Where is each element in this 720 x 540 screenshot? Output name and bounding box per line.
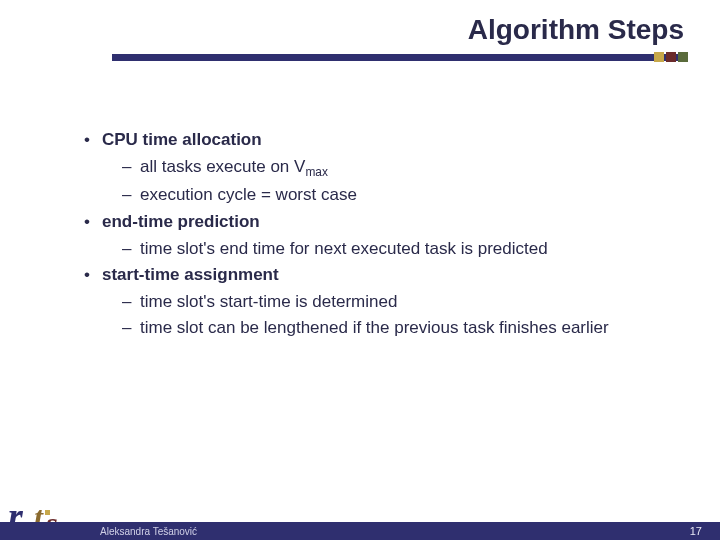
title-area: Algorithm Steps [468, 14, 684, 46]
footer-author: Aleksandra Tešanović [100, 526, 197, 537]
sub-bullet-item: time slot's start-time is determined [102, 290, 662, 315]
slide-title: Algorithm Steps [468, 14, 684, 46]
underline-squares [654, 52, 688, 62]
sub-bullet-item: time slot can be lengthened if the previ… [102, 316, 662, 341]
sub-list: time slot's end time for next executed t… [102, 237, 662, 262]
sub-bullet-item: time slot's end time for next executed t… [102, 237, 662, 262]
sub-list: time slot's start-time is determined tim… [102, 290, 662, 341]
sub-bullet-text: time slot's end time for next executed t… [140, 239, 548, 258]
accent-square-olive [678, 52, 688, 62]
bullet-text: CPU time allocation [102, 130, 262, 149]
accent-square-gold [654, 52, 664, 62]
sub-bullet-item: all tasks execute on Vmax [102, 155, 662, 182]
sub-bullet-text: time slot can be lengthened if the previ… [140, 318, 609, 337]
sub-bullet-text: time slot's start-time is determined [140, 292, 397, 311]
bullet-item: CPU time allocation all tasks execute on… [84, 128, 662, 208]
sub-bullet-text: execution cycle = worst case [140, 185, 357, 204]
sub-list: all tasks execute on Vmax execution cycl… [102, 155, 662, 208]
bullet-item: start-time assignment time slot's start-… [84, 263, 662, 341]
footer-page-number: 17 [690, 525, 702, 537]
bullet-text: end-time prediction [102, 212, 260, 231]
title-underline [112, 54, 684, 61]
sub-bullet-text: all tasks execute on V [140, 157, 305, 176]
accent-square-maroon [666, 52, 676, 62]
sub-bullet-item: execution cycle = worst case [102, 183, 662, 208]
bullet-item: end-time prediction time slot's end time… [84, 210, 662, 261]
underline-bar [112, 54, 684, 61]
slide: Algorithm Steps CPU time allocation all … [0, 0, 720, 540]
bullet-list: CPU time allocation all tasks execute on… [84, 128, 662, 341]
content-body: CPU time allocation all tasks execute on… [84, 128, 662, 343]
bullet-text: start-time assignment [102, 265, 279, 284]
subscript-text: max [305, 165, 327, 179]
